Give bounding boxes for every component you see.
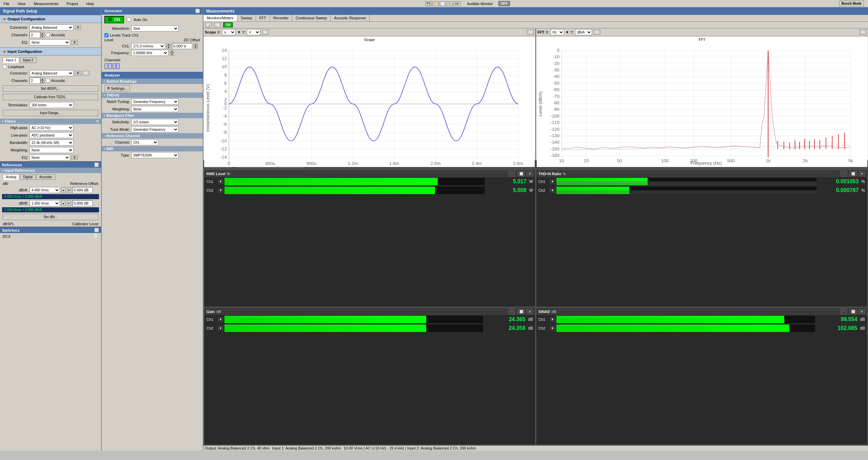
levels-track-check[interactable] <box>104 33 108 37</box>
freq-up[interactable]: ▲ <box>170 50 174 53</box>
analog-tab[interactable]: Analog <box>3 174 19 180</box>
auto-on-check[interactable] <box>127 18 131 22</box>
in-channels-input[interactable] <box>29 78 40 84</box>
gain-minimize[interactable]: － <box>509 309 515 314</box>
references-icon[interactable]: ⬜ <box>94 163 99 167</box>
freq-select[interactable]: 1.00000 kHz <box>131 50 169 56</box>
gen-expand-icon[interactable]: ⬜ <box>195 9 200 13</box>
in-gear[interactable]: ⚙ <box>75 71 81 76</box>
type-select[interactable]: SMPTE/DIN <box>131 152 179 158</box>
termination-select[interactable]: 200 kohm <box>29 102 74 108</box>
fft-fullscreen-btn[interactable]: ⬜ <box>860 30 867 35</box>
rms-minimize[interactable]: － <box>509 171 515 176</box>
gain-close[interactable]: ✕ <box>527 309 533 314</box>
dbra-select[interactable]: 4.480 Vrms <box>29 187 60 193</box>
input1-tab[interactable]: Input 1 <box>3 57 19 63</box>
switchers-icon[interactable]: ⬜ <box>94 228 99 232</box>
dbrb-up[interactable]: ▲ <box>61 200 65 206</box>
fft-expand-btn[interactable]: ⬜ <box>593 30 600 35</box>
dcx-expand-icon[interactable]: ⬜ <box>94 234 98 238</box>
in-connector-select[interactable]: Analog Balanced <box>29 70 74 76</box>
tab-fft[interactable]: FFT <box>256 15 270 21</box>
fft-x-unit[interactable]: Hz <box>551 29 564 35</box>
generator-on-btn[interactable]: ON <box>104 16 124 23</box>
toolbar-btn-2[interactable]: 📂 <box>432 1 439 6</box>
scope-fullscreen-btn[interactable]: ⬜ <box>527 30 534 35</box>
imd-header[interactable]: • IMD <box>102 146 203 151</box>
settings-btn[interactable]: ⚙ Settings... <box>104 85 130 91</box>
dbrb-select[interactable]: 1.000 Vrms <box>29 200 60 206</box>
menu-project[interactable]: Project <box>64 1 80 6</box>
weighting-select[interactable]: None <box>29 147 74 153</box>
acoustic-check-out[interactable] <box>46 33 50 37</box>
ch2-btn[interactable]: 2 <box>113 63 120 69</box>
tab-continuous-sweep[interactable]: Continuous Sweep <box>292 15 331 21</box>
ch1-level-down[interactable]: ▼ <box>166 46 171 49</box>
scope-x-unit[interactable]: s <box>222 29 236 35</box>
dbra-up[interactable]: ▲ <box>61 187 65 193</box>
bench-mode-btn[interactable]: Bench Mode <box>839 1 864 6</box>
toolbar-btn-5[interactable]: AP <box>454 1 460 6</box>
in-acoustic-check[interactable] <box>46 79 50 83</box>
thd-expand[interactable]: ⬜ <box>850 171 857 176</box>
in-channels-up[interactable]: ▲ <box>40 78 44 81</box>
rms-ch2-dropdown[interactable]: ▼ <box>218 188 223 192</box>
highpass-select[interactable]: AC (<10 Hz) <box>29 125 74 131</box>
tab-monitors[interactable]: Monitors/Meters <box>203 15 237 21</box>
thd-ch1-dropdown[interactable]: ▼ <box>550 180 555 184</box>
tab-acoustic-response[interactable]: Acoustic Response <box>331 15 370 21</box>
gain-ch2-dropdown[interactable]: ▼ <box>218 326 223 330</box>
sinad-ch2-dropdown[interactable]: ▼ <box>550 326 555 330</box>
menu-help[interactable]: Help <box>84 1 96 6</box>
menu-file[interactable]: File <box>1 1 12 6</box>
tab-recorder[interactable]: Recorder <box>270 15 292 21</box>
input-refs-header[interactable]: • Input References <box>0 168 101 173</box>
set-dbspl-btn[interactable]: Set dBSPL... <box>3 85 98 92</box>
ch1-level-select[interactable]: 271.0 mVrms <box>131 43 165 49</box>
eq-gear-out[interactable]: ⚙ <box>72 40 78 45</box>
ref-channel-header[interactable]: • Reference Channel <box>102 133 203 139</box>
in-channels-down[interactable]: ▼ <box>40 81 44 84</box>
freq-down[interactable]: ▼ <box>170 53 174 56</box>
eq-gear-filter[interactable]: ⚙ <box>72 155 78 160</box>
audible-on-badge[interactable]: OFF <box>498 1 510 6</box>
waveform-select[interactable]: Sine <box>131 25 179 32</box>
channels-up[interactable]: ▲ <box>40 32 44 35</box>
acoustic-tab[interactable]: Acoustic <box>36 174 55 180</box>
weighting-ana-select[interactable]: None <box>131 106 179 112</box>
rms-ch1-dropdown[interactable]: ▼ <box>218 180 223 184</box>
menu-measurements[interactable]: Measurements <box>32 1 60 6</box>
tune-mode-select[interactable]: Generator Frequency <box>131 126 179 132</box>
selectivity-select[interactable]: 1/3 octave <box>131 119 179 125</box>
rms-expand[interactable]: ⬜ <box>518 171 525 176</box>
dbra-offset[interactable] <box>72 187 93 193</box>
set-dbr-btn[interactable]: Set dBr... <box>3 214 98 220</box>
calibrate-teds-btn[interactable]: Calibrate from TEDS.. <box>3 94 98 100</box>
rms-close[interactable]: ✕ <box>527 171 533 176</box>
thd-ch2-dropdown[interactable]: ▼ <box>550 188 555 192</box>
sinad-expand[interactable]: ⬜ <box>850 309 857 314</box>
filters-expand[interactable]: ⟳ <box>96 120 99 123</box>
dbra-down[interactable]: ▼ <box>67 187 71 193</box>
sinad-ch1-dropdown[interactable]: ▼ <box>550 317 555 321</box>
eq-select-filter[interactable]: None <box>29 154 70 161</box>
toolbar-btn-4[interactable]: 🔧 <box>447 1 453 6</box>
toolbar-btn-3[interactable]: 📄 <box>439 1 446 6</box>
sinad-close[interactable]: ✕ <box>859 309 865 314</box>
input2-tab[interactable]: Input 2 <box>20 57 37 63</box>
digital-tab[interactable]: Digital <box>20 174 36 180</box>
sinad-minimize[interactable]: － <box>841 309 847 314</box>
filters-header[interactable]: • Filters ⟳ <box>0 119 101 124</box>
bandwidth-select[interactable]: 22.4k (48 kHz SR) <box>29 140 74 146</box>
fft-y-unit[interactable]: dBrA <box>575 29 592 35</box>
meas-toolbar-btn1[interactable]: 📊 <box>205 23 212 27</box>
thd-minimize[interactable]: － <box>841 171 847 176</box>
ch1-level-up[interactable]: ▲ <box>166 43 171 46</box>
in-gear2[interactable]: ⬜ <box>82 71 90 76</box>
toolbar-btn-1[interactable]: 💾 <box>425 1 432 6</box>
settled-readings-header[interactable]: • Settled Readings <box>102 79 203 84</box>
lowpass-select[interactable]: ADC passband <box>29 132 74 138</box>
gain-ch1-dropdown[interactable]: ▼ <box>218 317 223 321</box>
dbrb-offset[interactable] <box>72 200 93 206</box>
meas-on-badge[interactable]: ON <box>223 22 233 27</box>
